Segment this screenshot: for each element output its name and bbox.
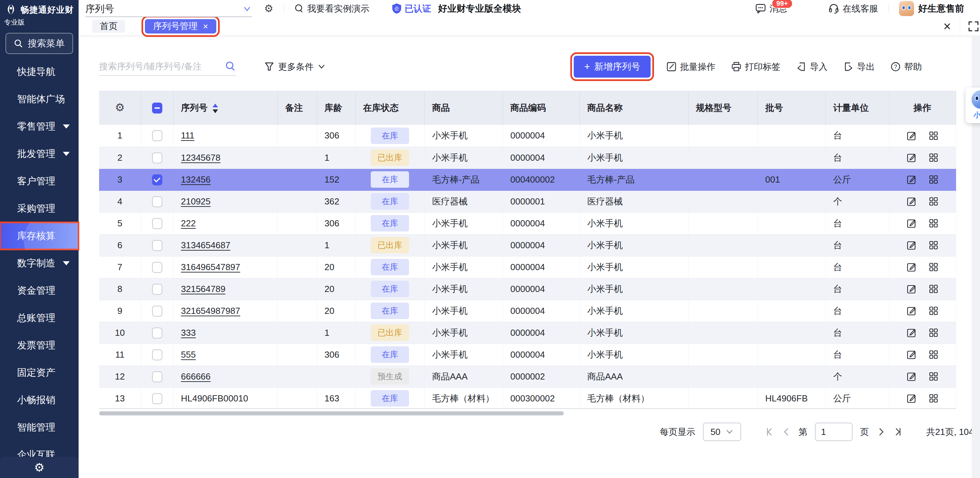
table-row[interactable]: 932165498798720在库小米手机0000004小米手机台 [99,300,956,322]
column-header-serial[interactable]: 序列号 [181,103,208,113]
table-row[interactable]: 4210925362在库医疗器械0000001医疗器械个 [99,190,956,212]
row-edit-icon[interactable] [907,371,917,382]
row-related-icon[interactable] [928,262,939,272]
row-edit-icon[interactable] [907,196,917,207]
row-edit-icon[interactable] [907,284,917,294]
sort-icons[interactable] [213,104,218,113]
row-checkbox[interactable] [152,196,162,207]
fullscreen-icon[interactable] [960,21,980,32]
table-row[interactable]: 103331已出库小米手机0000004小米手机台 [99,322,956,344]
sidebar-item-0[interactable]: 快捷导航 [0,58,79,86]
serial-link[interactable]: 111 [181,130,195,140]
row-checkbox[interactable] [152,240,162,251]
row-checkbox[interactable] [152,174,162,185]
close-page-icon[interactable]: × [935,20,960,33]
table-row[interactable]: 2123456781已出库小米手机0000004小米手机台 [99,147,956,169]
select-all-checkbox[interactable] [152,103,162,113]
table-row[interactable]: 1111306在库小米手机0000004小米手机台 [99,125,956,147]
row-checkbox[interactable] [152,284,162,295]
more-filters-button[interactable]: 更多条件 [264,61,325,73]
sidebar-item-1[interactable]: 智能体广场 [0,86,79,113]
sidebar-item-5[interactable]: 采购管理 [0,195,79,222]
online-support-button[interactable]: 在线客服 [828,3,878,15]
row-edit-icon[interactable] [907,262,917,272]
table-row[interactable]: 5222306在库小米手机0000004小米手机台 [99,212,956,234]
sidebar-item-13[interactable]: 智能管理 [0,414,79,441]
table-row[interactable]: 731649654789720在库小米手机0000004小米手机台 [99,256,956,278]
prev-page-button[interactable] [781,427,791,437]
row-edit-icon[interactable] [907,131,917,141]
serial-link[interactable]: 3134654687 [181,240,231,250]
table-row[interactable]: 13HL4906FB00010163在库毛方棒（材料）000300002毛方棒（… [99,387,956,409]
certified-badge[interactable]: 企 已认证 [391,3,431,15]
row-edit-icon[interactable] [907,306,917,316]
serial-link[interactable]: 12345678 [181,153,221,163]
settings-gear-icon[interactable]: ⚙ [34,462,45,473]
sidebar-item-3[interactable]: 批发管理 [0,140,79,167]
row-edit-icon[interactable] [907,218,917,228]
sidebar-item-2[interactable]: 零售管理 [0,113,79,140]
row-checkbox[interactable] [152,130,162,141]
row-related-icon[interactable] [928,153,939,163]
row-checkbox[interactable] [152,349,162,360]
table-row[interactable]: 11555306在库小米手机0000004小米手机台 [99,344,956,365]
row-edit-icon[interactable] [907,328,917,338]
row-edit-icon[interactable] [907,153,917,163]
sidebar-item-6[interactable]: 库存核算 [0,222,79,250]
add-serial-button[interactable]: + 新增序列号 [574,56,651,78]
row-related-icon[interactable] [928,284,939,294]
row-related-icon[interactable] [928,131,939,141]
help-button[interactable]: ? 帮助 [891,61,922,73]
sidebar-item-10[interactable]: 发票管理 [0,331,79,359]
serial-link[interactable]: 321564789 [181,284,226,294]
row-related-icon[interactable] [928,240,939,250]
row-related-icon[interactable] [928,306,939,316]
tab-serial-management[interactable]: 序列号管理 × [145,19,216,33]
serial-link[interactable]: 222 [181,218,196,228]
tab-close-icon[interactable]: × [203,22,208,31]
row-related-icon[interactable] [928,371,939,382]
nav-settings-gear-icon[interactable]: ⚙ [264,3,274,14]
first-page-button[interactable] [764,427,774,437]
search-icon[interactable] [225,61,236,72]
batch-actions-button[interactable]: 批量操作 [666,61,716,73]
serial-link[interactable]: 316496547897 [181,262,240,272]
row-edit-icon[interactable] [907,240,917,250]
page-nav-dropdown[interactable]: 序列号 [86,2,252,17]
row-edit-icon[interactable] [907,349,917,360]
next-page-button[interactable] [877,427,886,437]
row-related-icon[interactable] [928,328,939,338]
export-button[interactable]: 导出 [843,61,875,73]
row-related-icon[interactable] [928,196,939,207]
row-related-icon[interactable] [928,218,939,228]
row-checkbox[interactable] [152,393,162,404]
import-button[interactable]: 导入 [796,61,827,73]
assistant-widget[interactable]: 小畅 [966,88,980,123]
row-checkbox[interactable] [152,218,162,229]
serial-search-input[interactable] [99,61,225,72]
serial-link[interactable]: 210925 [181,196,211,207]
row-related-icon[interactable] [928,174,939,185]
page-number-input[interactable] [815,422,853,441]
sidebar-item-12[interactable]: 小畅报销 [0,386,79,414]
row-checkbox[interactable] [152,306,162,317]
sidebar-item-7[interactable]: 数字制造 [0,250,79,277]
row-edit-icon[interactable] [907,393,917,403]
serial-link[interactable]: 333 [181,328,196,338]
row-edit-icon[interactable] [907,174,917,185]
table-row[interactable]: 12666666预生成商品AAA0000002商品AAA个 [99,365,956,387]
user-avatar[interactable] [899,1,914,16]
last-page-button[interactable] [894,427,903,437]
row-checkbox[interactable] [152,262,162,273]
sidebar-item-8[interactable]: 资金管理 [0,277,79,304]
sidebar-item-11[interactable]: 固定资产 [0,359,79,386]
row-checkbox[interactable] [152,371,162,382]
messages-button[interactable]: 消息 99+ [755,3,787,15]
column-settings-icon[interactable]: ⚙ [115,101,125,113]
table-row[interactable]: 3132456152在库毛方棒-产品000400002毛方棒-产品001公斤 [99,169,956,190]
sidebar-item-9[interactable]: 总账管理 [0,304,79,331]
sidebar-item-4[interactable]: 客户管理 [0,167,79,195]
horizontal-scrollbar-thumb[interactable] [99,411,564,416]
print-labels-button[interactable]: 打印标签 [731,61,780,73]
table-row[interactable]: 631346546871已出库小米手机0000004小米手机台 [99,234,956,256]
